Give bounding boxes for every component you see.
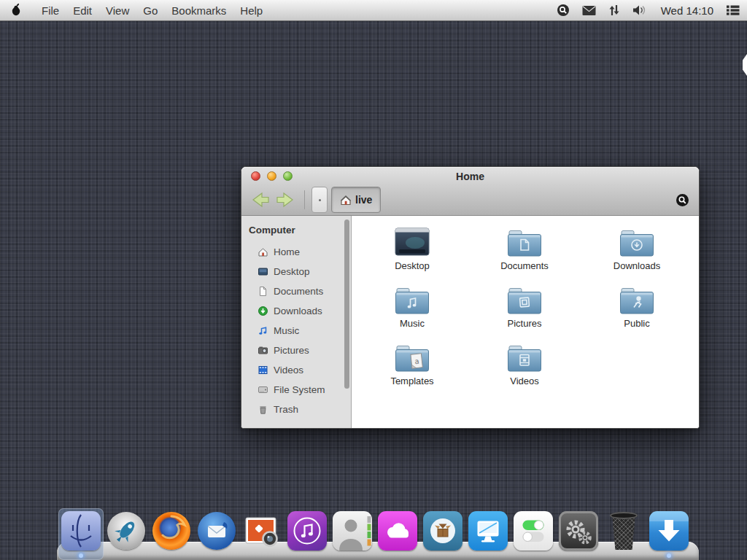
clock[interactable]: Wed 14:10 bbox=[661, 4, 713, 17]
sidebar-item-downloads[interactable]: Downloads bbox=[241, 301, 351, 321]
home-icon bbox=[340, 195, 352, 206]
downloads-folder-icon bbox=[619, 225, 655, 258]
dock-cydia[interactable] bbox=[423, 511, 462, 551]
folder-label: Videos bbox=[510, 376, 539, 386]
sidebar-item-documents[interactable]: Documents bbox=[241, 281, 351, 301]
zoom-button[interactable] bbox=[283, 171, 293, 181]
sidebar-item-pictures[interactable]: Pictures bbox=[241, 341, 351, 360]
dock-firefox[interactable] bbox=[152, 511, 191, 551]
templates-folder-icon: a bbox=[394, 340, 430, 373]
folder-label: Documents bbox=[500, 260, 549, 271]
dock-photos[interactable] bbox=[242, 511, 282, 551]
folder-item-pictures[interactable]: Pictures bbox=[468, 282, 581, 340]
documents-folder-icon bbox=[506, 225, 543, 258]
menu-file[interactable]: File bbox=[42, 4, 59, 17]
folder-item-public[interactable]: Public bbox=[581, 282, 693, 340]
sidebar-item-file-system[interactable]: File System bbox=[241, 380, 351, 400]
file-manager-window: Home live bbox=[241, 166, 700, 429]
documents-icon bbox=[258, 286, 268, 297]
dock-contacts[interactable] bbox=[333, 511, 372, 551]
dock-system-gears[interactable] bbox=[559, 511, 598, 551]
menu-bar: File Edit View Go Bookmarks Help Wed 14:… bbox=[0, 0, 747, 21]
menu-list-icon[interactable] bbox=[726, 4, 740, 16]
music-app-icon bbox=[287, 511, 327, 551]
toolbar-search-icon[interactable] bbox=[676, 192, 690, 207]
search-icon[interactable] bbox=[557, 4, 570, 17]
dock-preferences-toggles[interactable] bbox=[514, 511, 553, 551]
desktop-folder-icon bbox=[393, 225, 431, 258]
menu-view[interactable]: View bbox=[106, 4, 129, 17]
folder-item-desktop[interactable]: Desktop bbox=[356, 225, 468, 282]
finder-icon bbox=[61, 511, 101, 551]
folder-label: Downloads bbox=[614, 260, 660, 271]
sidebar-item-label: Videos bbox=[274, 365, 303, 376]
gears-icon bbox=[559, 511, 598, 551]
sidebar-item-label: Trash bbox=[274, 404, 298, 415]
folder-item-documents[interactable]: Documents bbox=[468, 225, 581, 282]
mail-icon[interactable] bbox=[582, 5, 596, 16]
dock-thunderbird[interactable] bbox=[197, 511, 236, 551]
photos-icon bbox=[242, 511, 282, 551]
dock-finder[interactable] bbox=[61, 511, 101, 551]
volume-icon[interactable] bbox=[632, 4, 649, 16]
dock bbox=[0, 508, 747, 560]
minimize-button[interactable] bbox=[267, 171, 276, 181]
sidebar-item-label: Music bbox=[274, 325, 299, 336]
menu-help[interactable]: Help bbox=[240, 4, 263, 17]
folder-item-templates[interactable]: a Templates bbox=[356, 340, 468, 397]
sidebar-item-desktop[interactable]: Desktop bbox=[241, 262, 351, 281]
svg-text:a: a bbox=[414, 357, 419, 366]
trash-can-icon bbox=[604, 511, 643, 551]
menu-edit[interactable]: Edit bbox=[73, 4, 92, 17]
dock-icloud[interactable] bbox=[378, 511, 417, 551]
cloud-icon bbox=[378, 511, 417, 551]
menu-bookmarks[interactable]: Bookmarks bbox=[171, 4, 226, 17]
sidebar-item-label: Downloads bbox=[274, 306, 322, 316]
folder-view: Desktop Documents Downloads bbox=[352, 216, 699, 428]
breadcrumb-label: live bbox=[355, 194, 372, 206]
sidebar-item-label: File System bbox=[274, 384, 325, 395]
music-folder-icon bbox=[394, 282, 430, 316]
window-body: Computer Home Desktop Documents Download… bbox=[241, 216, 699, 428]
pear-logo[interactable] bbox=[9, 2, 23, 18]
pictures-folder-icon bbox=[506, 282, 543, 316]
folder-label: Pictures bbox=[508, 318, 542, 329]
videos-icon bbox=[258, 365, 268, 376]
sidebar-item-trash[interactable]: Trash bbox=[241, 400, 351, 419]
toggles-icon bbox=[514, 511, 553, 551]
folder-label: Public bbox=[624, 318, 649, 329]
window-title: Home bbox=[241, 167, 699, 187]
cydia-icon bbox=[423, 511, 462, 551]
folder-label: Desktop bbox=[395, 260, 430, 271]
firefox-icon bbox=[152, 512, 190, 550]
home-icon bbox=[258, 246, 268, 257]
window-header: Home live bbox=[241, 167, 699, 216]
videos-folder-icon bbox=[506, 340, 543, 373]
dock-music[interactable] bbox=[287, 511, 327, 551]
pathbar-root-button[interactable] bbox=[311, 187, 328, 213]
folder-item-music[interactable]: Music bbox=[356, 282, 468, 340]
menu-go[interactable]: Go bbox=[143, 4, 158, 17]
dock-trash[interactable] bbox=[604, 511, 643, 551]
back-arrow-button[interactable] bbox=[250, 190, 272, 209]
close-button[interactable] bbox=[251, 171, 260, 181]
dock-displays[interactable] bbox=[468, 511, 508, 551]
forward-arrow-button[interactable] bbox=[275, 190, 297, 209]
sidebar-item-label: Home bbox=[274, 246, 300, 257]
folder-item-videos[interactable]: Videos bbox=[468, 340, 581, 397]
running-indicator bbox=[667, 553, 671, 558]
dock-launcher[interactable] bbox=[107, 511, 146, 551]
sidebar-scrollbar[interactable] bbox=[344, 219, 349, 389]
folder-label: Music bbox=[400, 318, 425, 329]
sidebar-item-music[interactable]: Music bbox=[241, 321, 351, 341]
title-bar[interactable]: Home bbox=[241, 167, 699, 184]
contacts-icon bbox=[333, 511, 372, 551]
sidebar-item-videos[interactable]: Videos bbox=[241, 360, 351, 380]
toolbar-separator bbox=[304, 190, 305, 209]
network-arrows-icon[interactable] bbox=[608, 4, 620, 17]
breadcrumb-live-button[interactable]: live bbox=[331, 187, 381, 213]
public-folder-icon bbox=[619, 282, 655, 316]
folder-item-downloads[interactable]: Downloads bbox=[581, 225, 693, 282]
dock-downloads[interactable] bbox=[649, 511, 689, 551]
sidebar-item-home[interactable]: Home bbox=[241, 242, 351, 262]
